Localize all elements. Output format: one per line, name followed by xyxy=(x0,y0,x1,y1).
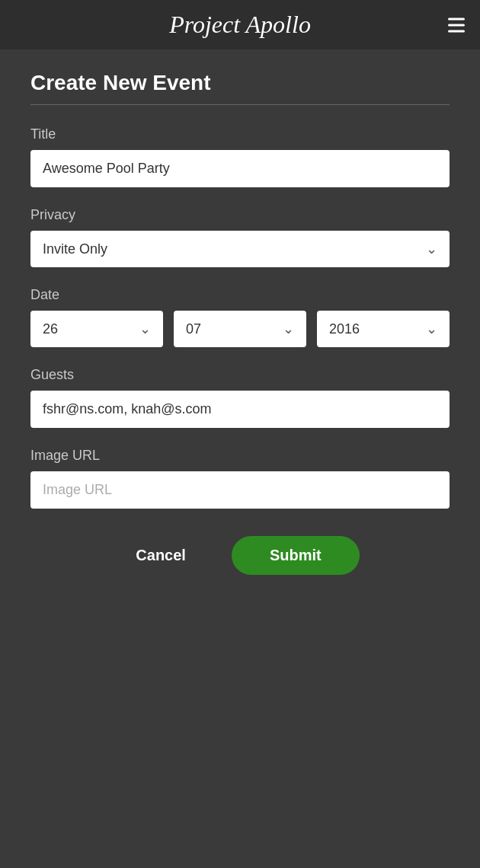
guests-label: Guests xyxy=(30,367,450,383)
privacy-label: Privacy xyxy=(30,207,450,223)
date-label: Date xyxy=(30,287,450,303)
menu-icon[interactable] xyxy=(448,18,465,32)
image-url-label: Image URL xyxy=(30,448,450,464)
cancel-button[interactable]: Cancel xyxy=(120,539,201,572)
title-divider xyxy=(30,104,450,105)
privacy-select-wrapper: Public Invite Only Private ⌄ xyxy=(30,231,450,267)
day-select[interactable]: 26 xyxy=(30,311,163,347)
date-group: Date 26 ⌄ 07 ⌄ 2016 ⌄ xyxy=(30,287,450,347)
header: Project Apollo xyxy=(0,0,480,49)
guests-input[interactable] xyxy=(30,391,450,428)
page-title: Create New Event xyxy=(30,71,450,95)
submit-button[interactable]: Submit xyxy=(232,536,360,575)
year-select-wrapper: 2016 ⌄ xyxy=(317,311,450,347)
year-select[interactable]: 2016 xyxy=(317,311,450,347)
guests-group: Guests xyxy=(30,367,450,428)
date-row: 26 ⌄ 07 ⌄ 2016 ⌄ xyxy=(30,311,450,347)
title-group: Title xyxy=(30,126,450,187)
month-select[interactable]: 07 xyxy=(174,311,306,347)
title-label: Title xyxy=(30,126,450,142)
title-input[interactable] xyxy=(30,150,450,187)
privacy-select[interactable]: Public Invite Only Private xyxy=(30,231,450,267)
month-select-wrapper: 07 ⌄ xyxy=(174,311,306,347)
main-content: Create New Event Title Privacy Public In… xyxy=(0,49,480,605)
privacy-group: Privacy Public Invite Only Private ⌄ xyxy=(30,207,450,267)
image-url-group: Image URL xyxy=(30,448,450,509)
image-url-input[interactable] xyxy=(30,471,450,509)
day-select-wrapper: 26 ⌄ xyxy=(30,311,163,347)
buttons-row: Cancel Submit xyxy=(30,536,450,575)
app-title: Project Apollo xyxy=(169,11,311,39)
